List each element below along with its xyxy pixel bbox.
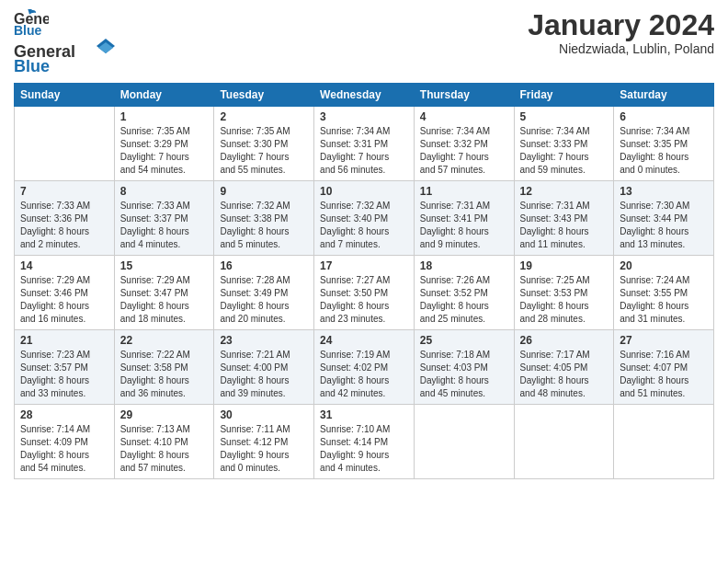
day-number: 15 (120, 259, 209, 272)
day-number: 3 (320, 110, 408, 123)
day-cell: 6Sunrise: 7:34 AM Sunset: 3:35 PM Daylig… (614, 107, 714, 181)
day-info: Sunrise: 7:19 AM Sunset: 4:02 PM Dayligh… (320, 349, 408, 400)
day-cell: 10Sunrise: 7:32 AM Sunset: 3:40 PM Dayli… (314, 181, 415, 256)
day-cell (15, 107, 115, 181)
day-info: Sunrise: 7:13 AM Sunset: 4:10 PM Dayligh… (120, 423, 209, 475)
day-info: Sunrise: 7:32 AM Sunset: 3:38 PM Dayligh… (220, 200, 308, 251)
day-number: 27 (620, 334, 708, 347)
week-row-5: 28Sunrise: 7:14 AM Sunset: 4:09 PM Dayli… (15, 405, 714, 479)
header-row: SundayMondayTuesdayWednesdayThursdayFrid… (15, 84, 714, 107)
day-info: Sunrise: 7:27 AM Sunset: 3:50 PM Dayligh… (320, 274, 408, 326)
day-cell: 21Sunrise: 7:23 AM Sunset: 3:57 PM Dayli… (15, 330, 115, 405)
day-cell: 22Sunrise: 7:22 AM Sunset: 3:58 PM Dayli… (114, 330, 214, 405)
day-cell: 5Sunrise: 7:34 AM Sunset: 3:33 PM Daylig… (514, 107, 614, 181)
day-info: Sunrise: 7:35 AM Sunset: 3:30 PM Dayligh… (220, 125, 308, 177)
day-info: Sunrise: 7:34 AM Sunset: 3:35 PM Dayligh… (620, 125, 708, 177)
day-cell: 18Sunrise: 7:26 AM Sunset: 3:52 PM Dayli… (414, 256, 514, 330)
logo-full: General Blue (14, 39, 115, 74)
day-info: Sunrise: 7:30 AM Sunset: 3:44 PM Dayligh… (620, 200, 708, 251)
day-cell: 23Sunrise: 7:21 AM Sunset: 4:00 PM Dayli… (214, 330, 314, 405)
day-number: 23 (220, 334, 308, 347)
day-info: Sunrise: 7:34 AM Sunset: 3:31 PM Dayligh… (320, 125, 408, 177)
day-info: Sunrise: 7:24 AM Sunset: 3:55 PM Dayligh… (620, 274, 708, 326)
day-number: 17 (320, 259, 408, 272)
day-cell: 14Sunrise: 7:29 AM Sunset: 3:46 PM Dayli… (15, 256, 115, 330)
day-cell: 17Sunrise: 7:27 AM Sunset: 3:50 PM Dayli… (314, 256, 415, 330)
day-cell: 26Sunrise: 7:17 AM Sunset: 4:05 PM Dayli… (514, 330, 614, 405)
month-title: January 2024 (528, 9, 714, 41)
day-info: Sunrise: 7:29 AM Sunset: 3:47 PM Dayligh… (120, 274, 209, 326)
day-cell: 24Sunrise: 7:19 AM Sunset: 4:02 PM Dayli… (314, 330, 415, 405)
day-cell: 11Sunrise: 7:31 AM Sunset: 3:41 PM Dayli… (414, 181, 514, 256)
day-cell: 28Sunrise: 7:14 AM Sunset: 4:09 PM Dayli… (15, 405, 115, 479)
day-info: Sunrise: 7:22 AM Sunset: 3:58 PM Dayligh… (120, 349, 209, 400)
day-cell: 25Sunrise: 7:18 AM Sunset: 4:03 PM Dayli… (414, 330, 514, 405)
day-number: 25 (420, 334, 508, 347)
svg-text:Blue: Blue (14, 23, 42, 37)
day-number: 20 (620, 259, 708, 272)
week-row-3: 14Sunrise: 7:29 AM Sunset: 3:46 PM Dayli… (15, 256, 714, 330)
day-info: Sunrise: 7:10 AM Sunset: 4:14 PM Dayligh… (320, 423, 408, 475)
day-cell: 2Sunrise: 7:35 AM Sunset: 3:30 PM Daylig… (214, 107, 314, 181)
day-cell: 20Sunrise: 7:24 AM Sunset: 3:55 PM Dayli… (614, 256, 714, 330)
title-area: January 2024 Niedzwiada, Lublin, Poland (528, 9, 714, 56)
day-cell (614, 405, 714, 479)
day-number: 4 (420, 110, 508, 123)
day-header-thursday: Thursday (414, 84, 514, 107)
day-cell: 16Sunrise: 7:28 AM Sunset: 3:49 PM Dayli… (214, 256, 314, 330)
day-number: 8 (120, 185, 209, 198)
day-cell: 12Sunrise: 7:31 AM Sunset: 3:43 PM Dayli… (514, 181, 614, 256)
day-number: 13 (620, 185, 708, 198)
day-cell: 19Sunrise: 7:25 AM Sunset: 3:53 PM Dayli… (514, 256, 614, 330)
day-header-saturday: Saturday (614, 84, 714, 107)
calendar-table: SundayMondayTuesdayWednesdayThursdayFrid… (14, 83, 714, 479)
page: General Blue General Blue January 2024 N… (0, 0, 728, 563)
day-info: Sunrise: 7:23 AM Sunset: 3:57 PM Dayligh… (20, 349, 108, 400)
day-cell (514, 405, 614, 479)
day-number: 10 (320, 185, 408, 198)
day-info: Sunrise: 7:25 AM Sunset: 3:53 PM Dayligh… (520, 274, 609, 326)
day-number: 14 (20, 259, 108, 272)
logo-icon: General Blue (14, 9, 49, 37)
day-info: Sunrise: 7:32 AM Sunset: 3:40 PM Dayligh… (320, 200, 408, 251)
day-info: Sunrise: 7:33 AM Sunset: 3:36 PM Dayligh… (20, 200, 108, 251)
day-info: Sunrise: 7:17 AM Sunset: 4:05 PM Dayligh… (520, 349, 609, 400)
day-cell: 4Sunrise: 7:34 AM Sunset: 3:32 PM Daylig… (414, 107, 514, 181)
day-cell: 7Sunrise: 7:33 AM Sunset: 3:36 PM Daylig… (15, 181, 115, 256)
day-info: Sunrise: 7:29 AM Sunset: 3:46 PM Dayligh… (20, 274, 108, 326)
day-number: 5 (520, 110, 609, 123)
day-header-wednesday: Wednesday (314, 84, 415, 107)
day-info: Sunrise: 7:35 AM Sunset: 3:29 PM Dayligh… (120, 125, 209, 177)
day-number: 12 (520, 185, 609, 198)
day-number: 2 (220, 110, 308, 123)
day-info: Sunrise: 7:11 AM Sunset: 4:12 PM Dayligh… (220, 423, 308, 475)
day-info: Sunrise: 7:33 AM Sunset: 3:37 PM Dayligh… (120, 200, 209, 251)
day-header-sunday: Sunday (15, 84, 115, 107)
day-info: Sunrise: 7:34 AM Sunset: 3:32 PM Dayligh… (420, 125, 508, 177)
day-number: 1 (120, 110, 209, 123)
day-number: 29 (120, 408, 209, 421)
day-header-friday: Friday (514, 84, 614, 107)
week-row-4: 21Sunrise: 7:23 AM Sunset: 3:57 PM Dayli… (15, 330, 714, 405)
day-number: 11 (420, 185, 508, 198)
day-info: Sunrise: 7:34 AM Sunset: 3:33 PM Dayligh… (520, 125, 609, 177)
day-cell: 1Sunrise: 7:35 AM Sunset: 3:29 PM Daylig… (114, 107, 214, 181)
day-cell: 3Sunrise: 7:34 AM Sunset: 3:31 PM Daylig… (314, 107, 415, 181)
day-header-monday: Monday (114, 84, 214, 107)
day-number: 7 (20, 185, 108, 198)
day-number: 31 (320, 408, 408, 421)
day-info: Sunrise: 7:21 AM Sunset: 4:00 PM Dayligh… (220, 349, 308, 400)
day-info: Sunrise: 7:18 AM Sunset: 4:03 PM Dayligh… (420, 349, 508, 400)
week-row-2: 7Sunrise: 7:33 AM Sunset: 3:36 PM Daylig… (15, 181, 714, 256)
logo: General Blue General Blue (14, 9, 115, 75)
day-number: 16 (220, 259, 308, 272)
day-number: 21 (20, 334, 108, 347)
day-cell: 30Sunrise: 7:11 AM Sunset: 4:12 PM Dayli… (214, 405, 314, 479)
day-number: 18 (420, 259, 508, 272)
day-info: Sunrise: 7:14 AM Sunset: 4:09 PM Dayligh… (20, 423, 108, 475)
day-cell: 15Sunrise: 7:29 AM Sunset: 3:47 PM Dayli… (114, 256, 214, 330)
day-cell: 8Sunrise: 7:33 AM Sunset: 3:37 PM Daylig… (114, 181, 214, 256)
svg-text:Blue: Blue (14, 57, 50, 74)
day-number: 30 (220, 408, 308, 421)
location: Niedzwiada, Lublin, Poland (528, 41, 714, 56)
